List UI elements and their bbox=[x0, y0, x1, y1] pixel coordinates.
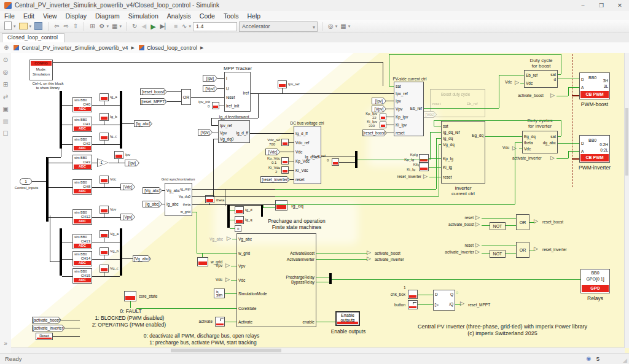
kp-vdc-const[interactable] bbox=[281, 157, 289, 165]
from-activate-inverter[interactable]: [activate_inverter] bbox=[32, 325, 65, 331]
reset-block[interactable]: Reset bbox=[36, 333, 53, 340]
model-canvas[interactable]: CONFIG Mode:Simulation Ctrl+L on this bl… bbox=[11, 53, 629, 353]
from-vdc[interactable]: [Vdc] bbox=[265, 149, 280, 155]
gain-minus1[interactable]: -1 bbox=[97, 158, 109, 167]
scope-vdc[interactable] bbox=[100, 176, 109, 184]
menu-file[interactable]: File bbox=[0, 12, 19, 20]
from-reset-mppt[interactable]: [reset_MPPT] bbox=[140, 98, 167, 105]
image-icon[interactable]: ▩ bbox=[0, 118, 11, 125]
sim-mode-select[interactable]: Accelerator bbox=[239, 21, 318, 32]
scope-ig-a[interactable] bbox=[100, 93, 109, 101]
button-step-block[interactable] bbox=[408, 300, 418, 309]
ki-ig-const[interactable] bbox=[419, 163, 429, 171]
adc-block-ch12[interactable]: sim BB0CH12ADC bbox=[72, 209, 92, 225]
area-icon[interactable]: ☐ bbox=[0, 130, 11, 137]
kp-ig-const[interactable] bbox=[419, 154, 429, 163]
step-forward-icon[interactable]: ▶▏ bbox=[159, 23, 171, 30]
inverter-ctrl-block[interactable]: sat Ig_dq_ref Ig_dq Vg_dq Kp_Ig Ki_Ig re… bbox=[441, 121, 485, 184]
relays-block[interactable]: BB0 GPO[0 1] GPO bbox=[580, 269, 610, 293]
adc-block-ch13[interactable]: sim BB0CH13ADC bbox=[72, 234, 92, 249]
annotation-icon[interactable]: ▣ bbox=[0, 106, 11, 112]
mpp-tracker-block[interactable]: I U reset Iref_init Iref bbox=[224, 72, 251, 112]
goto-ipv[interactable]: [Ipv] bbox=[125, 160, 139, 166]
d-flipflop-block[interactable]: D Q ▷ /Q bbox=[433, 290, 455, 311]
library-browser-icon[interactable]: ⊞ bbox=[88, 23, 96, 30]
enable-outputs-block[interactable]: Enable outputs bbox=[335, 311, 360, 326]
scope-vpv[interactable] bbox=[100, 206, 109, 214]
or-block[interactable]: OR bbox=[516, 242, 529, 258]
save-button[interactable] bbox=[33, 21, 44, 32]
adc-block-ch3[interactable]: sim BB0CH3ADC bbox=[72, 155, 92, 170]
adc-block-ch2[interactable]: sim BB0CH2ADC bbox=[72, 136, 92, 152]
ki-vdc-const[interactable] bbox=[281, 166, 289, 174]
from-reset-boost[interactable]: [reset_boost] bbox=[362, 130, 387, 136]
pwm-boost-block[interactable]: BB0 D A 3H 3L CB PWM bbox=[579, 72, 610, 99]
boost-duty-block[interactable]: Eb_ref Vdc sat d bbox=[524, 70, 558, 88]
adc-block-ch15[interactable]: sim BB0CH15ADC bbox=[72, 268, 92, 284]
ig-q-ref-const[interactable] bbox=[332, 158, 339, 166]
mux-bar[interactable] bbox=[120, 228, 122, 276]
scope-vg-c[interactable] bbox=[100, 265, 109, 273]
menu-edit[interactable]: Edit bbox=[19, 12, 39, 20]
more-tools-icon[interactable]: » bbox=[0, 340, 11, 347]
adc-block-ch1[interactable]: sim BB0CH1ADC bbox=[72, 117, 92, 132]
is-sim-block[interactable]: is sim bbox=[214, 288, 225, 298]
from-vpv[interactable]: [Vpv] bbox=[203, 85, 217, 92]
horizontal-scrollbar[interactable] bbox=[11, 347, 625, 353]
config-block[interactable]: CONFIG Mode:Simulation bbox=[29, 60, 53, 80]
ki-ipv-const[interactable] bbox=[380, 122, 386, 128]
ipv-init-const[interactable] bbox=[212, 102, 219, 109]
goto-vpv[interactable]: [Vpv] bbox=[120, 214, 135, 220]
from-ipv[interactable]: [Ipv] bbox=[372, 98, 386, 104]
minimize-button[interactable]: – bbox=[574, 0, 592, 11]
maximize-button[interactable]: ❐ bbox=[592, 0, 611, 11]
scope-ig-dq[interactable] bbox=[275, 200, 287, 211]
inport-control-inputs[interactable]: 1 bbox=[20, 178, 32, 185]
menu-help[interactable]: Help bbox=[243, 12, 265, 20]
from-ipv[interactable]: [Ipv] bbox=[203, 75, 217, 82]
demux-bar[interactable] bbox=[46, 157, 49, 222]
close-button[interactable]: ✕ bbox=[611, 0, 629, 11]
pwm-inverter-block[interactable]: BB0 D A 0:2H 0:2L CB PWM bbox=[579, 135, 610, 163]
or-block[interactable]: OR bbox=[181, 89, 191, 105]
update-diagram-icon[interactable]: ◎ bbox=[327, 23, 335, 30]
scope-ig-c[interactable] bbox=[100, 133, 109, 141]
from-ig-abc[interactable]: [Ig_abc] bbox=[143, 201, 162, 207]
goto-ig-abc[interactable]: [Ig_abc] bbox=[134, 120, 152, 127]
scope-w-grid[interactable] bbox=[197, 257, 208, 266]
menu-simulation[interactable]: Simulation bbox=[124, 12, 163, 20]
or-block[interactable]: OR bbox=[516, 214, 529, 230]
demux-bar[interactable] bbox=[60, 228, 62, 276]
model-explorer-icon[interactable]: ▦ bbox=[111, 23, 119, 30]
zoom-icon[interactable]: ◎ bbox=[0, 69, 11, 76]
scope-core-state[interactable] bbox=[124, 291, 136, 301]
from-activate-boost[interactable]: [activate_boost] bbox=[32, 317, 61, 323]
goto-vdc[interactable]: [Vdc] bbox=[120, 184, 135, 190]
adc-block-ch8[interactable]: sim BB0CH8ADC bbox=[72, 179, 92, 195]
demux-bar[interactable] bbox=[227, 204, 230, 228]
scope-ig-d[interactable] bbox=[235, 206, 244, 214]
step-back-icon[interactable]: ◀ bbox=[140, 23, 147, 30]
from-vpv[interactable]: [Vpv] bbox=[198, 129, 213, 136]
menu-display[interactable]: Display bbox=[61, 12, 91, 20]
vdc-ref-const[interactable] bbox=[281, 139, 289, 146]
sim-stop-time-input[interactable]: 1.4 bbox=[193, 22, 237, 31]
breadcrumb-root[interactable]: Central_PV_inverter_Simulink_powerlib_v4 bbox=[21, 45, 128, 51]
simulation-display-icon[interactable]: ∿ bbox=[181, 23, 188, 30]
scope-vg-a[interactable] bbox=[100, 230, 109, 238]
scope-ipv-ref[interactable] bbox=[278, 80, 287, 88]
mux-relays[interactable] bbox=[329, 273, 332, 284]
menu-analysis[interactable]: Analysis bbox=[163, 12, 195, 20]
back-icon[interactable]: ⇦ bbox=[53, 23, 60, 30]
vertical-scrollbar[interactable] bbox=[624, 53, 629, 348]
up-to-parent-icon[interactable]: ⇧ bbox=[72, 23, 79, 30]
fit-view-icon[interactable]: ⊞ bbox=[0, 81, 11, 88]
run-icon[interactable]: ▶ bbox=[149, 23, 157, 31]
not-block[interactable]: NOT bbox=[490, 250, 506, 258]
fsm-block[interactable]: Vg_abc w_grid Vpv Vdc SimulationMode Cor… bbox=[236, 233, 316, 327]
pvctrl-block[interactable]: sat Ipv_ref Ipv Vpv Kp_Ipv Ki_Ipv reset … bbox=[394, 82, 424, 136]
tab-closed-loop-control[interactable]: Closed_loop_control bbox=[2, 33, 64, 42]
grid-sync-block[interactable]: Vg_abc Ig_abc Ig_dq0 Vg_dq0 theta w_grid bbox=[165, 183, 192, 216]
model-settings-icon[interactable]: ⚙ bbox=[98, 23, 106, 30]
menu-tools[interactable]: Tools bbox=[219, 12, 243, 20]
